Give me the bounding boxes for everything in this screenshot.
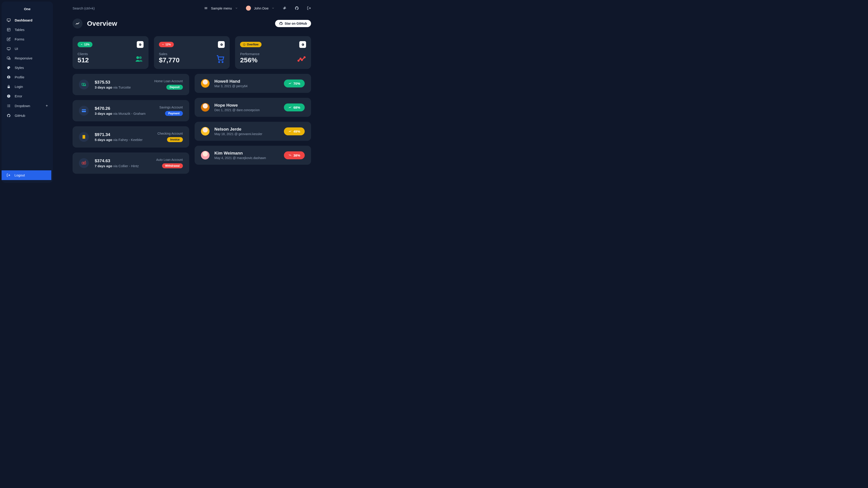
transactions-col: $375.533 days ago via TurcotteHome Loan … <box>72 74 189 174</box>
trend-pill: Overflow <box>240 42 261 47</box>
transaction-icon <box>79 158 89 168</box>
logout-icon <box>6 173 10 177</box>
svg-point-35 <box>304 57 305 58</box>
edit-icon <box>6 37 11 41</box>
sidebar-item-github[interactable]: GitHub <box>2 111 53 120</box>
menu-icon <box>204 6 208 10</box>
svg-rect-8 <box>7 57 9 59</box>
sidebar-item-responsive[interactable]: Responsive <box>2 53 53 63</box>
person-name: Howell Hand <box>215 79 279 84</box>
monitor-icon <box>6 18 11 22</box>
svg-point-34 <box>301 59 303 61</box>
search-wrap <box>72 6 199 10</box>
sidebar-item-styles[interactable]: Styles <box>2 63 53 72</box>
responsive-icon <box>6 56 11 60</box>
lists-row: $375.533 days ago via TurcotteHome Loan … <box>72 74 311 174</box>
top-right: Sample menu John Doe <box>204 6 311 11</box>
nav-label: Tables <box>15 28 24 32</box>
sample-menu-label: Sample menu <box>211 6 232 10</box>
page-header: Overview Star on GitHub <box>72 19 311 29</box>
avatar <box>201 151 210 160</box>
sidebar-item-error[interactable]: Error <box>2 91 53 101</box>
gear-button[interactable] <box>137 41 144 48</box>
sidebar-item-tables[interactable]: Tables <box>2 25 53 34</box>
person-card[interactable]: Kim WeimannMay 4, 2021 @ macejkovic.dash… <box>195 146 311 165</box>
sample-menu-trigger[interactable]: Sample menu <box>204 6 238 10</box>
transaction-tag: Withdrawal <box>162 163 183 168</box>
transaction-card[interactable]: $971.345 days ago via Fahey - KeeblerChe… <box>72 126 189 148</box>
github-icon[interactable] <box>295 6 299 10</box>
svg-rect-12 <box>7 86 10 88</box>
transaction-card[interactable]: $470.263 days ago via Murazik - GrahamSa… <box>72 100 189 121</box>
star-github-button[interactable]: Star on GitHub <box>275 20 311 27</box>
svg-point-31 <box>244 45 244 45</box>
gear-button[interactable] <box>218 41 225 48</box>
sidebar-item-forms[interactable]: Forms <box>2 34 53 44</box>
transaction-icon <box>79 132 89 142</box>
gear-button[interactable] <box>299 41 306 48</box>
tv-icon <box>6 46 11 51</box>
search-input[interactable] <box>72 6 141 10</box>
nav-label: GitHub <box>15 113 25 118</box>
sidebar-item-profile[interactable]: Profile <box>2 72 53 82</box>
stat-icon <box>297 55 306 63</box>
person-card[interactable]: Hope HoweDec 1, 2021 @ dare.concepcion68… <box>195 98 311 117</box>
sidebar-item-dashboard[interactable]: Dashboard <box>2 15 53 25</box>
svg-point-27 <box>219 61 220 63</box>
nav-label: Dashboard <box>15 18 32 22</box>
trend-pill: 12% <box>159 42 174 47</box>
avatar <box>201 79 210 88</box>
percent-pill: 38% <box>284 151 305 159</box>
svg-rect-18 <box>7 105 8 106</box>
svg-point-25 <box>136 56 139 59</box>
svg-point-37 <box>83 84 84 85</box>
avatar-small <box>246 6 251 11</box>
transaction-tag: Deposit <box>166 85 183 90</box>
user-menu-trigger[interactable]: John Doe <box>246 6 274 11</box>
transaction-tag: Invoice <box>167 137 183 142</box>
sidebar-item-login[interactable]: Login <box>2 82 53 91</box>
svg-point-32 <box>298 60 299 61</box>
svg-rect-0 <box>7 19 10 21</box>
transaction-card[interactable]: $375.533 days ago via TurcotteHome Loan … <box>72 74 189 95</box>
svg-rect-36 <box>82 84 85 86</box>
transaction-account: Auto Loan Account <box>156 158 183 162</box>
nav-label: Error <box>15 94 22 98</box>
page-title: Overview <box>87 20 271 27</box>
stat-value: 512 <box>78 56 144 64</box>
logout-button[interactable]: Logout <box>2 170 51 180</box>
stat-icon <box>134 55 144 63</box>
svg-point-28 <box>222 61 223 63</box>
exit-icon[interactable] <box>307 6 311 10</box>
table-icon <box>6 28 11 32</box>
nav-label: Responsive <box>15 56 32 60</box>
percent-pill: 70% <box>284 79 305 88</box>
transaction-card[interactable]: $374.637 days ago via Collier - HintzAut… <box>72 153 189 174</box>
stat-label: Sales <box>159 52 225 56</box>
github-btn-label: Star on GitHub <box>285 22 307 25</box>
person-card[interactable]: Howell HandMar 3, 2021 @ percy6470% <box>195 74 311 93</box>
stat-card-performance: OverflowPerformance256% <box>235 36 311 69</box>
nav-label: Login <box>15 85 23 89</box>
transaction-sub: 7 days ago via Collier - Hintz <box>95 164 150 168</box>
list-icon <box>6 104 11 108</box>
stat-value: 256% <box>240 56 306 64</box>
topbar: Sample menu John Doe <box>72 4 311 13</box>
transaction-account: Savings Account <box>159 105 183 109</box>
transaction-tag: Payment <box>165 111 183 116</box>
people-col: Howell HandMar 3, 2021 @ percy6470%Hope … <box>195 74 311 174</box>
theme-toggle-icon[interactable] <box>283 6 287 10</box>
transaction-amount: $374.63 <box>95 158 150 163</box>
svg-point-33 <box>300 58 301 59</box>
palette-icon <box>6 66 11 70</box>
stat-card-sales: 12%Sales$7,770 <box>154 36 230 69</box>
avatar <box>201 103 210 111</box>
chevron-down-icon <box>272 7 274 9</box>
lock-icon <box>6 85 11 89</box>
svg-point-41 <box>84 163 85 164</box>
person-card[interactable]: Nelson JerdeMay 18, 2021 @ geovanni.kess… <box>195 122 311 141</box>
transaction-sub: 3 days ago via Murazik - Graham <box>95 111 153 116</box>
sidebar-item-ui[interactable]: UI <box>2 44 53 53</box>
sidebar-item-dropdown[interactable]: Dropdown+ <box>2 101 53 111</box>
brand: One <box>2 4 53 15</box>
